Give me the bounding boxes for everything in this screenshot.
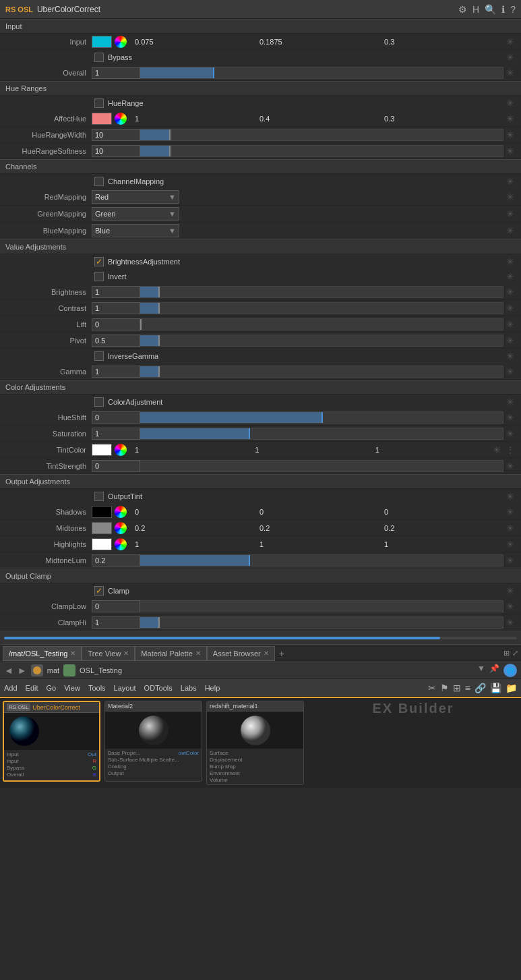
- input-val-3[interactable]: 0.3: [379, 38, 503, 46]
- shadows-val-3[interactable]: 0: [379, 508, 503, 516]
- node-card-uber-color-correct[interactable]: RS OSL UberColorCorrect Input Out: [3, 701, 100, 782]
- highlights-reset-icon[interactable]: ✳: [503, 539, 517, 550]
- clamp-hi-slider[interactable]: [140, 616, 503, 629]
- channel-mapping-checkbox[interactable]: [94, 177, 104, 186]
- pivot-input[interactable]: [92, 335, 140, 347]
- saturation-reset-icon[interactable]: ✳: [503, 428, 517, 439]
- shadows-wheel[interactable]: [115, 506, 127, 518]
- midtones-reset-icon[interactable]: ✳: [503, 523, 517, 534]
- menu-odtools[interactable]: ODTools: [144, 684, 173, 692]
- affect-hue-swatch[interactable]: [92, 113, 112, 125]
- highlights-swatch[interactable]: [92, 538, 112, 550]
- hue-shift-slider[interactable]: [140, 411, 503, 424]
- hue-shift-input[interactable]: [92, 411, 140, 424]
- settings-icon[interactable]: ⚙: [458, 4, 467, 15]
- input-reset-icon[interactable]: ✳: [503, 36, 517, 47]
- clamp-hi-input[interactable]: [92, 616, 140, 629]
- shadows-val-1[interactable]: 0: [129, 508, 254, 516]
- midtones-wheel[interactable]: [115, 522, 127, 534]
- bypass-checkbox[interactable]: [94, 53, 104, 62]
- menu-link-icon[interactable]: 🔗: [474, 683, 486, 693]
- affect-hue-val-1[interactable]: 1: [129, 115, 254, 123]
- lift-slider[interactable]: [140, 318, 503, 330]
- tint-color-wheel[interactable]: [115, 444, 127, 456]
- color-adjustment-reset-icon[interactable]: ✳: [503, 397, 517, 407]
- tint-color-swatch[interactable]: [92, 444, 112, 456]
- affect-hue-reset-icon[interactable]: ✳: [503, 113, 517, 124]
- midtone-lum-slider[interactable]: [140, 554, 503, 567]
- menu-help[interactable]: Help: [205, 684, 220, 692]
- nav-back-icon[interactable]: ◄: [4, 665, 13, 676]
- brightness-adjustment-checkbox[interactable]: ✓: [94, 257, 104, 266]
- clamp-low-slider[interactable]: [140, 600, 503, 612]
- clamp-low-reset-icon[interactable]: ✳: [503, 601, 517, 612]
- gamma-reset-icon[interactable]: ✳: [503, 366, 517, 377]
- shadows-reset-icon[interactable]: ✳: [503, 507, 517, 517]
- brightness-slider[interactable]: [140, 286, 503, 298]
- tab-material-palette-close[interactable]: ✕: [195, 650, 201, 657]
- blue-mapping-dropdown[interactable]: Blue ▼: [92, 224, 179, 237]
- tint-color-val-2[interactable]: 1: [249, 446, 369, 454]
- search-icon[interactable]: 🔍: [485, 4, 496, 15]
- tint-color-val-1[interactable]: 1: [129, 446, 249, 454]
- hue-range-softness-slider[interactable]: [140, 145, 503, 157]
- output-tint-checkbox[interactable]: [94, 492, 104, 501]
- brightness-input[interactable]: [92, 286, 140, 298]
- hue-range-width-slider[interactable]: [140, 129, 503, 141]
- hue-range-width-reset-icon[interactable]: ✳: [503, 129, 517, 140]
- highlights-val-1[interactable]: 1: [129, 540, 254, 548]
- affect-hue-wheel[interactable]: [115, 113, 127, 125]
- tint-strength-slider[interactable]: [140, 460, 503, 472]
- hue-range-softness-input[interactable]: [92, 145, 140, 157]
- menu-flag-icon[interactable]: ⚑: [440, 683, 449, 693]
- menu-grid-icon[interactable]: ⊞: [453, 683, 461, 693]
- nav-pin-icon[interactable]: 📌: [489, 664, 499, 677]
- contrast-reset-icon[interactable]: ✳: [503, 303, 517, 314]
- tab-tree-view-close[interactable]: ✕: [123, 650, 129, 657]
- menu-go[interactable]: Go: [47, 684, 57, 692]
- menu-labs[interactable]: Labs: [181, 684, 197, 692]
- gamma-slider[interactable]: [140, 366, 503, 378]
- lift-reset-icon[interactable]: ✳: [503, 319, 517, 330]
- saturation-slider[interactable]: [140, 428, 503, 440]
- tab-asset-browser[interactable]: Asset Browser ✕: [207, 646, 275, 661]
- tab-layout-icon[interactable]: ⊞: [503, 649, 510, 658]
- midtones-val-1[interactable]: 0.2: [129, 524, 254, 532]
- hue-shift-reset-icon[interactable]: ✳: [503, 412, 517, 423]
- menu-add[interactable]: Add: [4, 684, 18, 692]
- tab-add-button[interactable]: +: [275, 648, 288, 659]
- highlights-val-2[interactable]: 1: [254, 540, 379, 548]
- node-card-material2[interactable]: Material2 Base Prope... outColor: [104, 701, 202, 782]
- menu-bars-icon[interactable]: ≡: [465, 683, 470, 693]
- invert-reset-icon[interactable]: ✳: [503, 271, 517, 282]
- gamma-input[interactable]: [92, 366, 140, 378]
- help-icon[interactable]: ?: [510, 4, 516, 15]
- shadows-val-2[interactable]: 0: [254, 508, 379, 516]
- clamp-checkbox[interactable]: ✓: [94, 586, 104, 596]
- menu-layout[interactable]: Layout: [114, 684, 136, 692]
- contrast-input[interactable]: [92, 302, 140, 314]
- output-tint-reset-icon[interactable]: ✳: [503, 491, 517, 502]
- menu-save-icon[interactable]: 💾: [490, 683, 501, 693]
- blue-mapping-reset-icon[interactable]: ✳: [503, 225, 517, 236]
- tab-osl-testing-close[interactable]: ✕: [70, 650, 75, 657]
- node-card-redshift-material[interactable]: redshift_material1 Surface Displacement …: [206, 701, 304, 785]
- menu-view[interactable]: View: [64, 684, 80, 692]
- tab-tree-view[interactable]: Tree View ✕: [82, 646, 135, 661]
- affect-hue-val-2[interactable]: 0.4: [254, 115, 379, 123]
- hue-range-softness-reset-icon[interactable]: ✳: [503, 146, 517, 156]
- highlights-wheel[interactable]: [115, 538, 127, 550]
- menu-scissors-icon[interactable]: ✂: [428, 683, 436, 693]
- nav-world-icon[interactable]: 🌐: [503, 664, 517, 677]
- hue-range-reset-icon[interactable]: ✳: [503, 98, 517, 109]
- tint-strength-reset-icon[interactable]: ✳: [503, 461, 517, 471]
- input-color-swatch[interactable]: [92, 36, 112, 48]
- menu-edit[interactable]: Edit: [26, 684, 38, 692]
- menu-folder-icon[interactable]: 📁: [505, 683, 517, 693]
- shadows-swatch[interactable]: [92, 506, 112, 518]
- h-icon[interactable]: H: [472, 4, 479, 15]
- midtones-val-3[interactable]: 0.2: [379, 524, 503, 532]
- affect-hue-val-3[interactable]: 0.3: [379, 115, 503, 123]
- tab-asset-browser-close[interactable]: ✕: [264, 650, 269, 657]
- saturation-input[interactable]: [92, 428, 140, 440]
